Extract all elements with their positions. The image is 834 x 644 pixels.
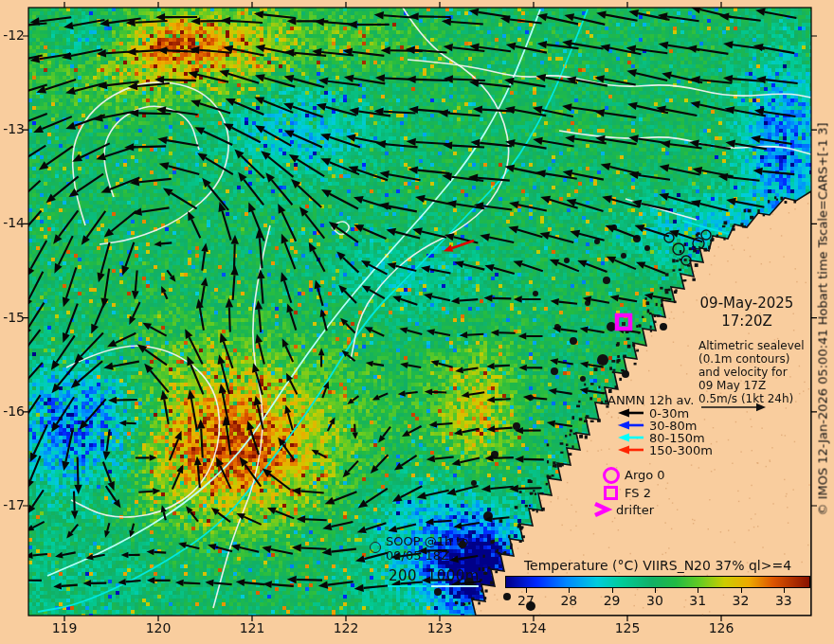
anmn-legend-row: 80-150m [618, 432, 713, 443]
bathy-200-label: 200 [389, 567, 417, 584]
soop-note-line1: SOOP @1h to [386, 534, 468, 548]
x-tick-label: 125 [607, 620, 648, 635]
altimetric-note-line: 09 May 17Z [698, 380, 822, 393]
colorbar-tick-label: 31 [683, 593, 712, 608]
bathy-1000-label: 1000m [427, 567, 480, 584]
y-tick-label: -12 [0, 27, 25, 43]
y-tick-label: -15 [0, 310, 25, 325]
drifter-symbol-icon [591, 501, 614, 522]
anmn-legend-row: 150-300m [618, 444, 713, 456]
x-tick-label: 124 [513, 620, 554, 635]
fs-label: FS 2 [625, 486, 651, 500]
altimetric-note-line: and velocity for [698, 367, 822, 380]
bathy-200-line [388, 585, 426, 587]
timestamp-time: 17:20Z [695, 313, 799, 330]
colorbar-tick-label: 30 [641, 593, 669, 608]
soop-symbol-icon [370, 542, 381, 553]
credit-text: © IMOS 12-Jan-2026 05:00:41 Hobart time … [816, 122, 830, 515]
x-tick-label: 123 [419, 620, 461, 635]
depth-arrow-icon [618, 407, 644, 419]
colorbar-tick-label: 28 [554, 593, 583, 608]
bathy-1000-line [431, 585, 479, 587]
anmn-depth-label: 150-300m [649, 443, 713, 457]
argo-label: Argo 0 [625, 468, 665, 482]
y-tick-label: -16 [0, 403, 25, 419]
soop-note-line2: 09/05 18Z [386, 548, 449, 563]
colorbar-tick-label: 29 [598, 593, 626, 608]
bathy-depth-labels: 200 1000m [389, 567, 480, 584]
x-tick-label: 122 [325, 620, 367, 635]
altimetric-note-line: Altimetric sealevel [698, 340, 822, 353]
x-tick-label: 119 [44, 620, 85, 635]
drifter-label: drifter [616, 503, 654, 517]
sst-velocity-map-figure: 119120121122123124125126 -12-13-14-15-16… [0, 0, 834, 644]
y-tick-label: -14 [0, 215, 25, 230]
argo-symbol-icon [603, 467, 620, 484]
depth-arrow-icon [618, 444, 644, 456]
y-tick-label: -13 [0, 121, 25, 136]
depth-arrow-icon [618, 420, 644, 431]
altimetric-note-line: 0.5m/s (1kt 24h) [698, 393, 822, 406]
fs-symbol-icon [604, 486, 618, 500]
colorbar-tick-label: 33 [770, 593, 798, 608]
colorbar-tick-label: 32 [727, 593, 755, 608]
colorbar-tick-label: 27 [512, 593, 540, 608]
depth-arrow-icon [618, 432, 644, 443]
colorbar-gradient [505, 576, 810, 588]
anmn-legend-row: 30-80m [618, 420, 713, 431]
anmn-legend-items: 0-30m30-80m80-150m150-300m [618, 407, 713, 456]
x-tick-label: 121 [231, 620, 273, 635]
anmn-legend-row: 0-30m [618, 407, 713, 419]
x-tick-label: 120 [137, 620, 179, 635]
timestamp-date: 09-May-2025 [695, 295, 799, 312]
altimetric-note-line: (0.1m contours) [698, 353, 822, 367]
y-tick-label: -17 [0, 497, 25, 512]
colorbar-title: Temperature (°C) VIIRS_N20 37% ql>=4 [505, 558, 810, 573]
x-tick-label: 126 [700, 620, 742, 635]
